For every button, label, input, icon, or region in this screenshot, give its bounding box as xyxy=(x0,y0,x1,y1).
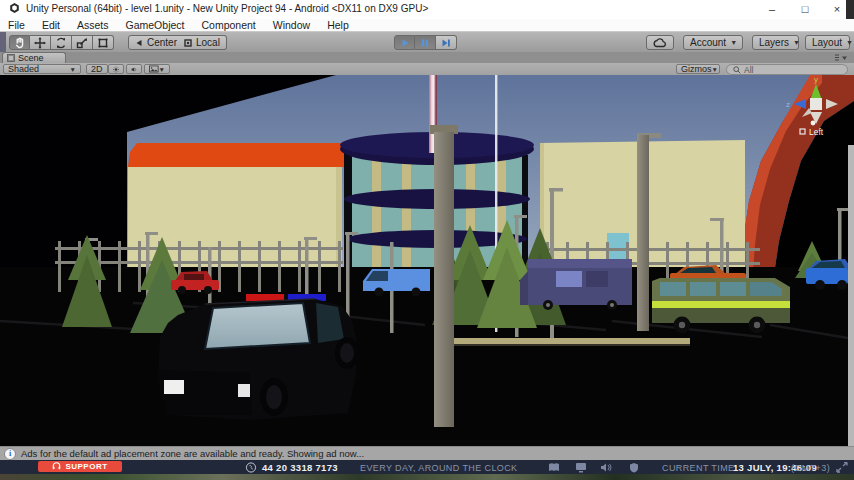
effects-image-icon xyxy=(149,65,159,73)
shading-mode-dropdown[interactable]: Shaded▼ xyxy=(3,64,81,74)
large-pole-center[interactable] xyxy=(430,125,458,427)
window-title: Unity Personal (64bit) - level 1.unity -… xyxy=(26,3,428,14)
tab-scene[interactable]: Scene xyxy=(2,52,66,63)
scene-audio-toggle[interactable] xyxy=(126,64,142,74)
play-button[interactable] xyxy=(394,35,415,50)
gizmo-z-label: z xyxy=(786,100,790,109)
parking-curb[interactable] xyxy=(447,338,690,344)
speaker-icon xyxy=(131,65,137,74)
pause-icon xyxy=(420,38,430,48)
background-window-sliver xyxy=(846,0,854,19)
support-tagline: EVERY DAY, AROUND THE CLOCK xyxy=(360,463,518,473)
search-filter-value: All xyxy=(744,65,753,75)
info-icon: i xyxy=(4,448,16,460)
axis-space-icon xyxy=(184,39,192,47)
pause-button[interactable] xyxy=(415,35,436,50)
scene-lighting-toggle[interactable] xyxy=(108,64,124,74)
crest-icon[interactable] xyxy=(628,462,640,473)
unity-logo-icon xyxy=(8,3,21,16)
cloud-services-button[interactable] xyxy=(646,35,674,50)
rotate-tool-button[interactable] xyxy=(51,35,72,50)
move-tool-button[interactable] xyxy=(30,35,51,50)
rect-tool-icon xyxy=(97,37,109,49)
maximize-button[interactable]: □ xyxy=(790,0,820,19)
current-time-label: CURRENT TIME: xyxy=(662,463,737,473)
gizmos-dropdown[interactable]: Gizmos▼ xyxy=(676,64,720,74)
chevron-down-icon: ▼ xyxy=(846,39,853,46)
expand-icon[interactable] xyxy=(836,462,848,473)
menu-bar: File Edit Assets GameObject Component Wi… xyxy=(0,19,854,32)
space-mode-button[interactable]: Local xyxy=(178,35,227,50)
menu-help[interactable]: Help xyxy=(327,19,349,31)
timezone-label: (GMT+3) xyxy=(791,463,830,473)
scene-tab-icon xyxy=(7,54,15,62)
chevron-down-icon: ▼ xyxy=(70,66,76,73)
move-icon xyxy=(34,37,46,49)
2d-toggle-button[interactable]: 2D xyxy=(86,64,108,74)
police-car[interactable] xyxy=(156,294,359,420)
webpage-strip: SUPPORT 44 20 3318 7173 EVERY DAY, AROUN… xyxy=(0,460,854,474)
minimize-button[interactable]: – xyxy=(757,0,787,19)
menu-gameobject[interactable]: GameObject xyxy=(126,19,185,31)
status-message: Ads for the default ad placement zone ar… xyxy=(21,448,364,459)
hand-icon xyxy=(14,37,26,49)
scale-tool-button[interactable] xyxy=(72,35,93,50)
chevron-down-icon: ▼ xyxy=(712,66,718,73)
rect-tool-button[interactable] xyxy=(93,35,114,50)
background-sliver xyxy=(0,32,6,52)
chevron-down-icon: ▼ xyxy=(159,66,165,73)
headlight xyxy=(164,380,184,394)
screen-icon[interactable] xyxy=(575,462,587,473)
step-icon xyxy=(441,38,451,48)
unity-editor-window: Unity Personal (64bit) - level 1.unity -… xyxy=(0,0,854,480)
book-icon[interactable] xyxy=(548,462,560,473)
headlight xyxy=(238,384,250,397)
menu-window[interactable]: Window xyxy=(273,19,310,31)
chevron-down-icon: ▼ xyxy=(730,39,737,46)
pivot-icon xyxy=(135,39,143,47)
support-button[interactable]: SUPPORT xyxy=(38,461,122,472)
scene-search-field[interactable]: All xyxy=(726,64,848,75)
search-icon xyxy=(733,66,741,74)
cloud-icon xyxy=(653,38,667,48)
tab-options-icon[interactable] xyxy=(834,54,848,62)
chevron-down-icon: ▼ xyxy=(793,39,800,46)
view-orientation-label[interactable]: Left xyxy=(809,127,824,137)
menu-assets[interactable]: Assets xyxy=(77,19,109,31)
account-dropdown[interactable]: Account▼ xyxy=(683,35,743,50)
layers-dropdown[interactable]: Layers▼ xyxy=(752,35,799,50)
scene-viewport[interactable]: y z Left xyxy=(0,75,854,446)
orange-roof xyxy=(128,143,345,167)
menu-file[interactable]: File xyxy=(8,19,25,31)
play-icon xyxy=(400,38,410,48)
curb-shadow xyxy=(447,344,690,346)
sound-icon[interactable] xyxy=(600,462,612,473)
gizmo-y-label: y xyxy=(814,75,818,84)
hand-tool-button[interactable] xyxy=(9,35,30,50)
menu-component[interactable]: Component xyxy=(201,19,255,31)
menu-edit[interactable]: Edit xyxy=(42,19,60,31)
scene-render[interactable]: y z Left xyxy=(0,75,854,446)
window-edge-strip xyxy=(848,145,854,446)
headset-icon xyxy=(52,462,61,471)
minibus-stripe xyxy=(652,301,790,308)
status-bar[interactable]: i Ads for the default ad placement zone … xyxy=(0,446,854,460)
phone-icon xyxy=(245,462,257,473)
support-phone-number[interactable]: 44 20 3318 7173 xyxy=(262,462,338,473)
title-bar: Unity Personal (64bit) - level 1.unity -… xyxy=(0,0,854,20)
scene-effects-dropdown[interactable]: ▼ xyxy=(144,64,170,74)
pivot-mode-button[interactable]: Center xyxy=(128,35,184,50)
sun-icon xyxy=(113,65,119,74)
rotate-icon xyxy=(55,37,67,49)
gizmo-cube[interactable] xyxy=(810,98,822,110)
scale-icon xyxy=(76,37,88,49)
background-photo-strip xyxy=(0,474,854,480)
purple-van[interactable] xyxy=(520,259,632,310)
layout-dropdown[interactable]: Layout▼ xyxy=(805,35,850,50)
step-button[interactable] xyxy=(436,35,457,50)
